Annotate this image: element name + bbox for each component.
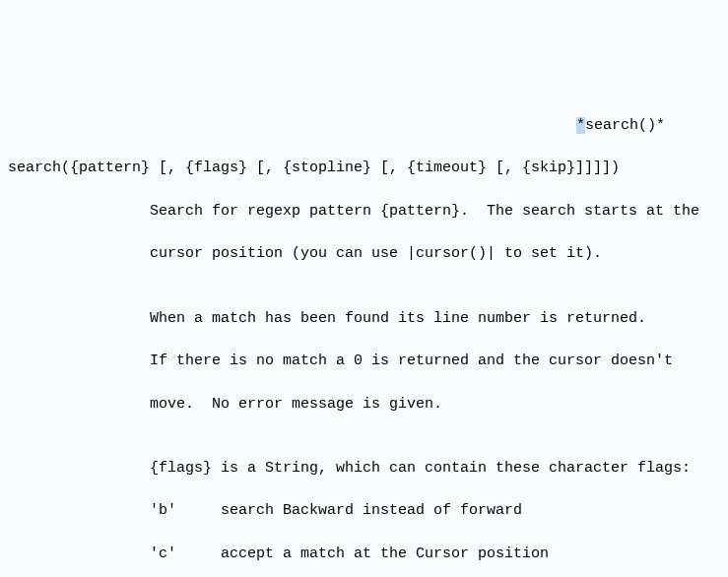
help-body-9: 'c' accept a match at the Cursor positio… xyxy=(8,544,720,565)
help-tag-line: *search()* xyxy=(8,115,720,137)
help-body-3: When a match has been found its line num… xyxy=(8,308,720,330)
help-body-4: If there is no match a 0 is returned and… xyxy=(8,351,720,372)
help-body-0: Search for regexp pattern {pattern}. The… xyxy=(8,201,720,223)
tag-star-left: * xyxy=(576,117,585,134)
function-signature: search({pattern} [, {flags} [, {stopline… xyxy=(8,158,720,179)
help-window[interactable]: *search()* search({pattern} [, {flags} [… xyxy=(0,86,728,577)
help-body-7: {flags} is a String, which can contain t… xyxy=(8,458,720,480)
help-body-5: move. No error message is given. xyxy=(8,394,720,416)
help-tag: search() xyxy=(585,117,656,134)
help-body-8: 'b' search Backward instead of forward xyxy=(8,500,720,522)
help-body-1: cursor position (you can use |cursor()| … xyxy=(8,243,720,265)
tag-star-right: * xyxy=(656,117,665,134)
